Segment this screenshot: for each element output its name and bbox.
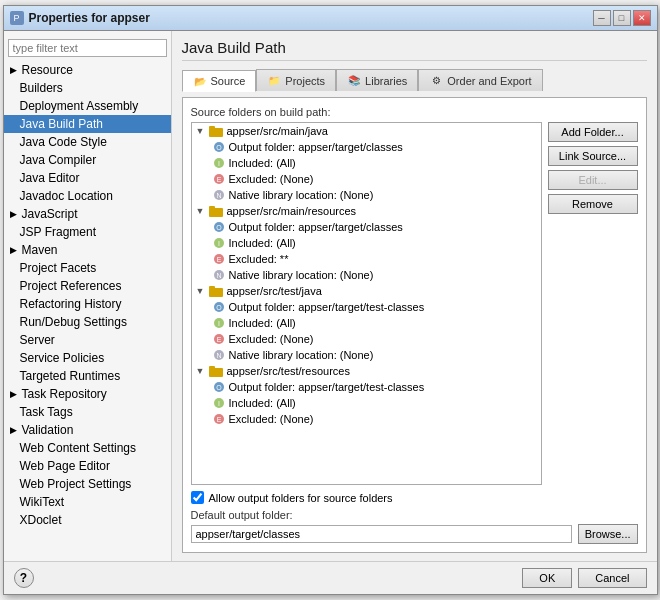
sidebar-item-task-repository[interactable]: ▶Task Repository xyxy=(4,385,171,403)
allow-output-checkbox[interactable] xyxy=(191,491,204,504)
sidebar-item-xdoclet[interactable]: XDoclet xyxy=(4,511,171,529)
svg-rect-1 xyxy=(209,126,215,129)
tree-panel[interactable]: ▼appser/src/main/javaOOutput folder: app… xyxy=(191,122,542,485)
sidebar-item-web-page-editor[interactable]: Web Page Editor xyxy=(4,457,171,475)
tree-item[interactable]: ▼appser/src/test/resources xyxy=(192,363,541,379)
tree-expand-icon: ▼ xyxy=(196,366,205,376)
tab-libraries[interactable]: 📚Libraries xyxy=(336,69,418,91)
sidebar-item-run/debug-settings[interactable]: Run/Debug Settings xyxy=(4,313,171,331)
help-button[interactable]: ? xyxy=(14,568,34,588)
tree-item[interactable]: ▼appser/src/main/resources xyxy=(192,203,541,219)
tree-item[interactable]: NNative library location: (None) xyxy=(192,187,541,203)
tree-item[interactable]: OOutput folder: appser/target/classes xyxy=(192,139,541,155)
sidebar-item-resource[interactable]: ▶Resource xyxy=(4,61,171,79)
sidebar-item-java-compiler[interactable]: Java Compiler xyxy=(4,151,171,169)
expand-arrow-icon: ▶ xyxy=(10,65,17,75)
tree-item[interactable]: ▼appser/src/main/java xyxy=(192,123,541,139)
tree-item[interactable]: NNative library location: (None) xyxy=(192,347,541,363)
sidebar-item-label: Java Editor xyxy=(20,171,80,185)
remove-button[interactable]: Remove xyxy=(548,194,638,214)
tree-item[interactable]: IIncluded: (All) xyxy=(192,315,541,331)
sidebar-item-java-editor[interactable]: Java Editor xyxy=(4,169,171,187)
main-panel: Java Build Path 📂Source📁Projects📚Librari… xyxy=(172,31,657,561)
cancel-button[interactable]: Cancel xyxy=(578,568,646,588)
ok-button[interactable]: OK xyxy=(522,568,572,588)
tree-item-label: Native library location: (None) xyxy=(229,269,374,281)
svg-text:E: E xyxy=(216,416,221,423)
sidebar-item-label: Server xyxy=(20,333,55,347)
tree-item[interactable]: OOutput folder: appser/target/test-class… xyxy=(192,299,541,315)
tree-item[interactable]: OOutput folder: appser/target/test-class… xyxy=(192,379,541,395)
tree-item-label: Output folder: appser/target/test-classe… xyxy=(229,301,425,313)
svg-text:I: I xyxy=(218,320,220,327)
tab-source[interactable]: 📂Source xyxy=(182,70,257,92)
tree-item-label: Included: (All) xyxy=(229,317,296,329)
titlebar-left: P Properties for appser xyxy=(10,11,150,25)
tree-item[interactable]: EExcluded: (None) xyxy=(192,171,541,187)
tree-item[interactable]: EExcluded: (None) xyxy=(192,411,541,427)
tree-item[interactable]: ▼appser/src/test/java xyxy=(192,283,541,299)
minimize-button[interactable]: ─ xyxy=(593,10,611,26)
edit-button[interactable]: Edit... xyxy=(548,170,638,190)
tree-item-label: Native library location: (None) xyxy=(229,349,374,361)
tree-item-icon: N xyxy=(212,268,226,282)
sidebar-item-maven[interactable]: ▶Maven xyxy=(4,241,171,259)
close-button[interactable]: ✕ xyxy=(633,10,651,26)
output-folder-input[interactable] xyxy=(191,525,572,543)
browse-button[interactable]: Browse... xyxy=(578,524,638,544)
svg-text:I: I xyxy=(218,160,220,167)
sidebar-item-targeted-runtimes[interactable]: Targeted Runtimes xyxy=(4,367,171,385)
sidebar-item-label: Resource xyxy=(22,63,73,77)
sidebar-item-project-references[interactable]: Project References xyxy=(4,277,171,295)
sidebar-item-web-content-settings[interactable]: Web Content Settings xyxy=(4,439,171,457)
svg-text:I: I xyxy=(218,240,220,247)
svg-text:E: E xyxy=(216,256,221,263)
tree-item-label: Included: (All) xyxy=(229,157,296,169)
tree-item[interactable]: NNative library location: (None) xyxy=(192,267,541,283)
sidebar-item-deployment-assembly[interactable]: Deployment Assembly xyxy=(4,97,171,115)
tree-item[interactable]: IIncluded: (All) xyxy=(192,155,541,171)
tree-item[interactable]: IIncluded: (All) xyxy=(192,395,541,411)
sidebar-item-web-project-settings[interactable]: Web Project Settings xyxy=(4,475,171,493)
sidebar-item-jsp-fragment[interactable]: JSP Fragment xyxy=(4,223,171,241)
sidebar-item-java-code-style[interactable]: Java Code Style xyxy=(4,133,171,151)
sidebar-item-label: Task Tags xyxy=(20,405,73,419)
tree-item-label: Output folder: appser/target/classes xyxy=(229,141,403,153)
sidebar-item-label: Java Compiler xyxy=(20,153,97,167)
sidebar-item-builders[interactable]: Builders xyxy=(4,79,171,97)
bottom-section: Allow output folders for source folders … xyxy=(191,491,638,544)
tree-item-icon: O xyxy=(212,140,226,154)
svg-rect-10 xyxy=(209,208,223,217)
tree-item[interactable]: IIncluded: (All) xyxy=(192,235,541,251)
sidebar-item-java-build-path[interactable]: Java Build Path xyxy=(4,115,171,133)
sidebar-item-service-policies[interactable]: Service Policies xyxy=(4,349,171,367)
sidebar-item-label: XDoclet xyxy=(20,513,62,527)
sidebar-item-task-tags[interactable]: Task Tags xyxy=(4,403,171,421)
sidebar-item-javascript[interactable]: ▶JavaScript xyxy=(4,205,171,223)
tab-projects[interactable]: 📁Projects xyxy=(256,69,336,91)
tree-item[interactable]: OOutput folder: appser/target/classes xyxy=(192,219,541,235)
link-source-button[interactable]: Link Source... xyxy=(548,146,638,166)
svg-text:O: O xyxy=(216,224,222,231)
svg-text:O: O xyxy=(216,144,222,151)
sidebar-item-validation[interactable]: ▶Validation xyxy=(4,421,171,439)
sidebar-item-wikitext[interactable]: WikiText xyxy=(4,493,171,511)
tree-item-icon xyxy=(209,204,223,218)
tree-item-icon xyxy=(209,284,223,298)
sidebar-item-label: JSP Fragment xyxy=(20,225,96,239)
add-folder-button[interactable]: Add Folder... xyxy=(548,122,638,142)
sidebar-item-server[interactable]: Server xyxy=(4,331,171,349)
tab-label: Projects xyxy=(285,75,325,87)
tree-item-icon: E xyxy=(212,332,226,346)
sidebar-item-javadoc-location[interactable]: Javadoc Location xyxy=(4,187,171,205)
sidebar-item-project-facets[interactable]: Project Facets xyxy=(4,259,171,277)
sidebar-item-refactoring-history[interactable]: Refactoring History xyxy=(4,295,171,313)
tree-item-label: Included: (All) xyxy=(229,397,296,409)
allow-output-row: Allow output folders for source folders xyxy=(191,491,638,504)
tree-item[interactable]: EExcluded: (None) xyxy=(192,331,541,347)
panel-title: Java Build Path xyxy=(182,39,647,61)
restore-button[interactable]: □ xyxy=(613,10,631,26)
filter-input[interactable] xyxy=(8,39,167,57)
tree-item[interactable]: EExcluded: ** xyxy=(192,251,541,267)
tab-order-and-export[interactable]: ⚙Order and Export xyxy=(418,69,542,91)
